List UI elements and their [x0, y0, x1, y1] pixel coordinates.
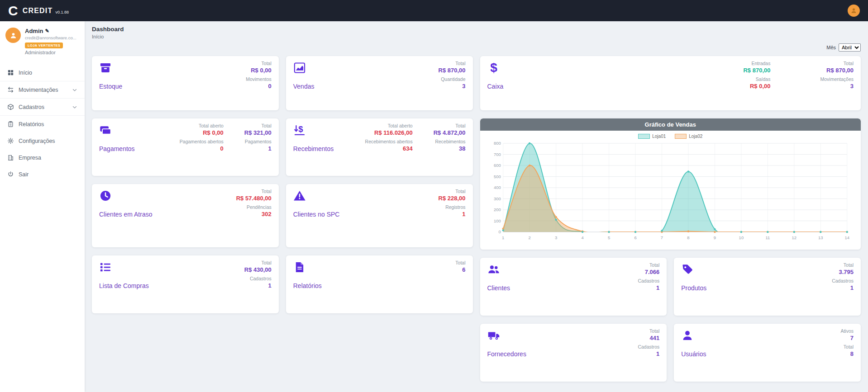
- line-chart-icon: [293, 61, 306, 74]
- profile-email: credit@anronsoftware.co...: [25, 35, 76, 40]
- card-title-clientes-no-spc[interactable]: Clientes no SPC: [293, 211, 340, 218]
- stat-value: R$ 228,00: [439, 195, 466, 202]
- stat-label: Cadastros: [832, 278, 854, 283]
- stat-label: Total: [844, 61, 854, 66]
- legend-item-loja01[interactable]: Loja01: [638, 134, 666, 139]
- warning-icon: [293, 189, 306, 202]
- sidebar-item-inicio[interactable]: Início: [0, 64, 85, 81]
- stat-value: 3: [850, 83, 854, 90]
- svg-text:3: 3: [555, 235, 557, 240]
- card-lista-de-compras: Total R$ 430,00 Cadastros 1 Lista de Com…: [92, 255, 279, 313]
- svg-text:200: 200: [493, 207, 501, 212]
- stat-value: R$ 57.480,00: [236, 195, 272, 202]
- card-title-pagamentos[interactable]: Pagamentos: [99, 145, 135, 152]
- document-icon: [293, 261, 306, 274]
- svg-text:400: 400: [493, 185, 501, 190]
- stat-label: Total aberto: [388, 123, 413, 128]
- profile-avatar[interactable]: [5, 28, 21, 43]
- svg-text:300: 300: [493, 196, 501, 201]
- stat-value: 6: [462, 266, 465, 273]
- stat-value: R$ 870,00: [439, 67, 466, 74]
- svg-text:$: $: [490, 61, 497, 74]
- stat-value: R$ 0,00: [750, 83, 771, 90]
- stat-value: 3: [462, 83, 465, 90]
- card-title-recebimentos[interactable]: Recebimentos: [293, 145, 334, 152]
- credit-cards-icon: [99, 124, 112, 137]
- legend-label-loja02: Loja02: [689, 134, 702, 139]
- chart-title: Gráfico de Vendas: [480, 118, 861, 131]
- sidebar-item-label: Movimentações: [19, 87, 58, 93]
- stat-label: Total: [844, 344, 854, 349]
- stat-value: 1: [268, 282, 272, 289]
- stat-label: Total: [455, 260, 465, 265]
- stat-label: Ativos: [840, 328, 854, 334]
- svg-text:5: 5: [607, 235, 610, 240]
- stat-label: Pagamentos abertos: [180, 139, 224, 144]
- sidebar-item-configuracoes[interactable]: Configurações: [0, 132, 85, 149]
- sidebar-item-label: Empresa: [19, 155, 41, 161]
- card-clientes-em-atraso: Total R$ 57.480,00 Pendências 302 Client…: [92, 184, 279, 247]
- sidebar-item-sair[interactable]: Sair: [0, 166, 85, 183]
- legend-swatch-loja01: [638, 134, 650, 139]
- card-produtos: Total 3.795 Cadastros 1 Produtos: [674, 258, 861, 316]
- stat-value: 1: [656, 284, 659, 291]
- chevron-down-icon: [72, 104, 77, 110]
- grid-icon: [7, 69, 14, 76]
- left-column: Total R$ 0,00 Movimentos 0 Estoque: [92, 56, 473, 313]
- money-receive-icon: $: [293, 124, 306, 137]
- user-avatar-button[interactable]: [848, 5, 860, 17]
- stat-label: Cadastros: [638, 278, 659, 283]
- sidebar-item-cadastros[interactable]: Cadastros: [0, 98, 85, 116]
- card-relatorios: Total 6 Relatórios: [286, 255, 473, 313]
- stat-label: Saídas: [756, 76, 771, 82]
- sidebar-item-movimentacoes[interactable]: Movimentações: [0, 81, 85, 98]
- profile-block: Admin ✎ credit@anronsoftware.co... LOJA …: [0, 28, 85, 60]
- list-icon: [99, 261, 112, 274]
- month-filter-row: Mês Abril: [92, 43, 861, 52]
- power-icon: [7, 171, 14, 178]
- legend-swatch-loja02: [675, 134, 687, 139]
- stat-label: Total: [262, 123, 272, 128]
- stat-label: Movimentos: [246, 76, 272, 82]
- stat-value: 8: [850, 350, 854, 357]
- dashboard-grid: Total R$ 0,00 Movimentos 0 Estoque: [92, 56, 861, 382]
- stat-value: 302: [262, 211, 272, 217]
- card-title-lista-de-compras[interactable]: Lista de Compras: [99, 282, 149, 289]
- building-icon: [7, 154, 14, 161]
- stat-value: 7: [850, 335, 854, 341]
- legend-item-loja02[interactable]: Loja02: [675, 134, 702, 139]
- card-title-clientes[interactable]: Clientes: [487, 284, 510, 292]
- edit-profile-icon[interactable]: ✎: [45, 28, 49, 34]
- stat-value: 3.795: [839, 269, 854, 275]
- month-select[interactable]: Abril: [839, 43, 861, 52]
- profile-name: Admin: [25, 28, 43, 34]
- stat-value: 38: [459, 145, 465, 152]
- stat-value: R$ 870,00: [826, 67, 854, 74]
- card-estoque: Total R$ 0,00 Movimentos 0 Estoque: [92, 56, 279, 110]
- card-title-usuarios[interactable]: Usuários: [681, 350, 706, 358]
- stat-label: Total: [262, 61, 272, 66]
- month-label: Mês: [826, 45, 836, 50]
- card-title-caixa[interactable]: Caixa: [487, 83, 504, 90]
- card-title-fornecedores[interactable]: Fornecedores: [487, 350, 526, 358]
- chart-legend: Loja01 Loja02: [480, 131, 861, 140]
- stat-label: Pagamentos: [245, 139, 272, 144]
- sidebar: Admin ✎ credit@anronsoftware.co... LOJA …: [0, 21, 85, 392]
- card-title-estoque[interactable]: Estoque: [99, 83, 122, 90]
- store-badge: LOJA VERTENTES: [25, 43, 63, 48]
- stat-label: Total: [455, 123, 465, 128]
- card-title-relatorios[interactable]: Relatórios: [293, 282, 322, 289]
- stat-label: Total aberto: [199, 123, 224, 128]
- card-caixa: $ Entradas R$ 870,00 Saídas R$ 0,00 Tota…: [480, 56, 861, 110]
- svg-text:$: $: [298, 124, 303, 134]
- card-title-produtos[interactable]: Produtos: [681, 284, 706, 292]
- sidebar-item-empresa[interactable]: Empresa: [0, 149, 85, 166]
- card-title-clientes-em-atraso[interactable]: Clientes em Atraso: [99, 211, 153, 218]
- legend-label-loja01: Loja01: [652, 134, 666, 139]
- gear-icon: [7, 137, 14, 144]
- sidebar-item-label: Configurações: [19, 138, 55, 144]
- sidebar-item-relatorios[interactable]: Relatórios: [0, 116, 85, 132]
- card-title-vendas[interactable]: Vendas: [293, 83, 315, 90]
- stat-label: Entradas: [751, 61, 770, 66]
- card-clientes-no-spc: Total R$ 228,00 Registros 1 Clientes no …: [286, 184, 473, 247]
